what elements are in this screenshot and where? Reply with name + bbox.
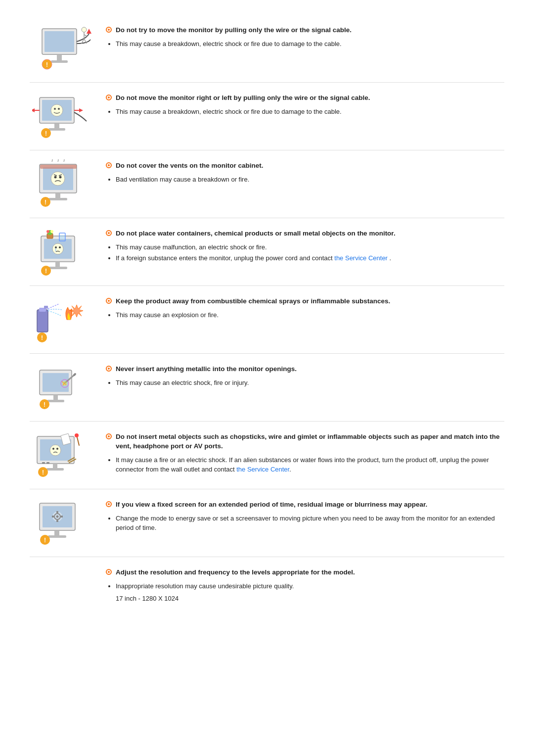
svg-rect-58 bbox=[47, 400, 64, 402]
bullet-9-1: Inappropriate resolution may cause undes… bbox=[116, 581, 504, 591]
content-1: Do not try to move the monitor by pullin… bbox=[106, 24, 504, 50]
illustration-2: ! bbox=[30, 92, 94, 141]
section-header-5: Keep the product away from combustible c… bbox=[106, 297, 504, 306]
section-title-8: If you view a fixed screen for an extend… bbox=[116, 500, 427, 510]
illustration-7: ! bbox=[30, 430, 94, 480]
bullets-9: Inappropriate resolution may cause undes… bbox=[116, 581, 504, 591]
svg-rect-1 bbox=[44, 31, 74, 52]
bullet-4-1: This may cause malfunction, an electric … bbox=[116, 242, 504, 252]
section-8: ! If you view a fixed screen for an exte… bbox=[30, 489, 504, 557]
svg-marker-22 bbox=[32, 108, 35, 112]
section-title-5: Keep the product away from combustible c… bbox=[116, 297, 390, 306]
bullet-1-1: This may cause a breakdown, electric sho… bbox=[116, 39, 504, 49]
svg-marker-21 bbox=[79, 108, 83, 112]
sub-text-9: 17 inch - 1280 X 1024 bbox=[116, 595, 504, 602]
svg-text:!: ! bbox=[44, 537, 46, 544]
content-2: Do not move the monitor right or left by… bbox=[106, 92, 504, 118]
bullet-5-1: This may cause an explosion or fire. bbox=[116, 310, 504, 320]
svg-point-67 bbox=[50, 445, 61, 456]
svg-point-27 bbox=[59, 176, 62, 179]
service-center-link-1[interactable]: the Service Center bbox=[334, 254, 388, 262]
svg-rect-80 bbox=[46, 462, 49, 464]
section-header-4: Do not place water containers, chemical … bbox=[106, 229, 504, 238]
svg-point-39 bbox=[59, 246, 61, 248]
svg-point-15 bbox=[54, 108, 56, 110]
svg-rect-40 bbox=[55, 262, 60, 267]
section-4: ! Do not place water containers, chemica… bbox=[30, 218, 504, 286]
illustration-6: ! bbox=[30, 363, 94, 412]
section-title-4: Do not place water containers, chemical … bbox=[116, 229, 396, 238]
section-title-7: Do not insert metal objects such as chop… bbox=[116, 432, 504, 451]
svg-point-49 bbox=[50, 230, 53, 233]
svg-text:!: ! bbox=[42, 469, 44, 476]
svg-line-60 bbox=[74, 374, 75, 375]
bullets-2: This may cause a breakdown, electric sho… bbox=[116, 107, 504, 117]
section-header-7: Do not insert metal objects such as chop… bbox=[106, 432, 504, 451]
dot-icon-1 bbox=[106, 27, 112, 33]
illustration-3: ! bbox=[30, 159, 94, 209]
svg-rect-50 bbox=[37, 310, 48, 332]
svg-rect-57 bbox=[53, 395, 58, 400]
illustration-4: ! bbox=[30, 227, 94, 277]
svg-rect-18 bbox=[48, 128, 65, 131]
section-2: ! Do not move the monitor right or left … bbox=[30, 83, 504, 150]
bullet-3-1: Bad ventilation may cause a breakdown or… bbox=[116, 175, 504, 185]
section-header-6: Never insert anything metallic into the … bbox=[106, 365, 504, 374]
content-5: Keep the product away from combustible c… bbox=[106, 295, 504, 321]
svg-rect-2 bbox=[57, 54, 62, 60]
section-5: ! Keep the product away from combustible… bbox=[30, 286, 504, 354]
dot-icon-9 bbox=[106, 569, 112, 575]
svg-rect-17 bbox=[54, 123, 59, 128]
svg-point-38 bbox=[55, 246, 57, 248]
service-center-link-2[interactable]: the Service Center bbox=[236, 466, 289, 473]
content-4: Do not place water containers, chemical … bbox=[106, 227, 504, 265]
section-title-1: Do not try to move the monitor by pullin… bbox=[116, 26, 352, 35]
svg-text:!: ! bbox=[41, 334, 43, 341]
svg-point-69 bbox=[56, 448, 58, 450]
page: ! Do not try to move the monitor by pull… bbox=[0, 0, 534, 626]
illustration-1: ! bbox=[30, 24, 94, 73]
content-7: Do not insert metal objects such as chop… bbox=[106, 430, 504, 476]
svg-point-16 bbox=[58, 108, 60, 110]
section-7: ! Do not insert metal objects such as ch… bbox=[30, 422, 504, 489]
dot-icon-8 bbox=[106, 501, 112, 507]
bullets-6: This may cause an electric shock, fire o… bbox=[116, 378, 504, 388]
svg-text:!: ! bbox=[46, 61, 48, 68]
svg-text:!: ! bbox=[44, 199, 46, 206]
dot-icon-4 bbox=[106, 230, 112, 236]
bullet-2-1: This may cause a breakdown, electric sho… bbox=[116, 107, 504, 117]
dot-icon-6 bbox=[106, 366, 112, 372]
svg-rect-88 bbox=[52, 516, 54, 518]
section-3: ! Do not cover the vents on the monitor … bbox=[30, 150, 504, 218]
svg-point-26 bbox=[54, 176, 57, 179]
section-9: Adjust the resolution and frequency to t… bbox=[30, 557, 504, 611]
bullets-4: This may cause malfunction, an electric … bbox=[116, 242, 504, 263]
dot-icon-5 bbox=[106, 298, 112, 304]
svg-rect-31 bbox=[48, 198, 67, 200]
content-9: Adjust the resolution and frequency to t… bbox=[106, 566, 504, 602]
svg-rect-70 bbox=[53, 464, 57, 468]
bullets-1: This may cause a breakdown, electric sho… bbox=[116, 39, 504, 49]
svg-text:!: ! bbox=[45, 130, 47, 137]
svg-rect-86 bbox=[56, 511, 58, 513]
bullet-4-2: If a foreign substance enters the monito… bbox=[116, 253, 504, 263]
dot-icon-3 bbox=[106, 162, 112, 168]
svg-point-14 bbox=[51, 104, 63, 116]
section-title-6: Never insert anything metallic into the … bbox=[116, 365, 297, 374]
svg-rect-34 bbox=[40, 165, 77, 169]
section-title-3: Do not cover the vents on the monitor ca… bbox=[116, 161, 264, 171]
svg-point-85 bbox=[56, 516, 59, 518]
section-header-2: Do not move the monitor right or left by… bbox=[106, 94, 504, 103]
svg-rect-30 bbox=[55, 193, 60, 198]
svg-point-64 bbox=[62, 381, 67, 386]
section-header-1: Do not try to move the monitor by pullin… bbox=[106, 26, 504, 35]
bullets-7: It may cause a fire or an electric shock… bbox=[116, 455, 504, 474]
svg-rect-3 bbox=[51, 60, 68, 63]
svg-point-48 bbox=[46, 230, 49, 233]
content-3: Do not cover the vents on the monitor ca… bbox=[106, 159, 504, 186]
svg-rect-89 bbox=[61, 516, 63, 518]
svg-rect-79 bbox=[42, 462, 45, 464]
svg-rect-87 bbox=[56, 520, 58, 522]
bullet-6-1: This may cause an electric shock, fire o… bbox=[116, 378, 504, 388]
bullet-7-1: It may cause a fire or an electric shock… bbox=[116, 455, 504, 474]
